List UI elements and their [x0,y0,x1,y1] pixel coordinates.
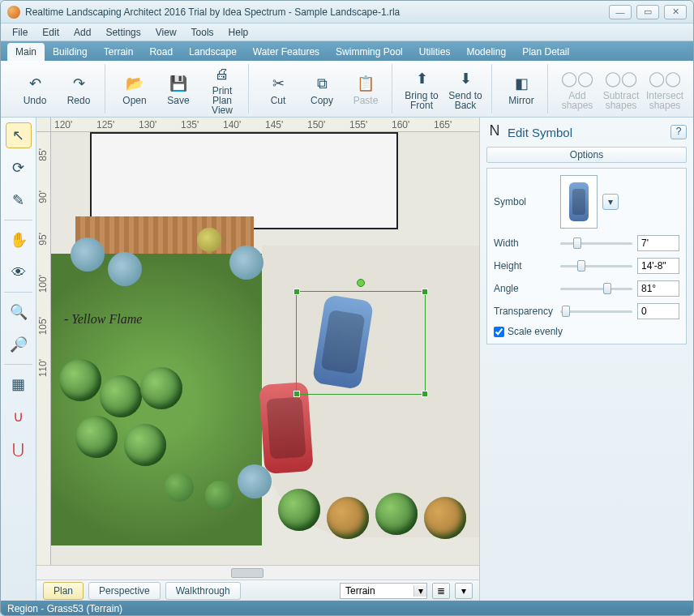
tab-plan-view[interactable]: Plan [43,582,84,600]
chevron-down-icon[interactable]: ▾ [413,585,426,597]
snap-grid-toggle[interactable]: ⋃ [6,436,32,462]
open-button[interactable]: 📂Open [115,71,154,107]
resize-handle-nw[interactable] [293,289,300,295]
symbol-preview[interactable] [560,175,598,229]
tab-modeling[interactable]: Modeling [458,43,514,61]
resize-handle-se[interactable] [422,391,428,397]
tab-road[interactable]: Road [141,43,181,61]
layer-options-button[interactable]: ▾ [455,583,473,599]
status-bar: Region - Grass53 (Terrain) [1,601,693,616]
layer-visibility-button[interactable]: ≣ [432,583,450,599]
scale-evenly-input[interactable] [494,327,504,337]
close-button[interactable]: ✕ [664,5,687,19]
tab-utilities[interactable]: Utilities [411,43,459,61]
resize-handle-sw[interactable] [293,391,300,397]
tree[interactable] [278,489,320,531]
undo-button[interactable]: ↶Undo [15,71,54,107]
tree[interactable] [375,493,418,535]
plant[interactable] [71,237,105,272]
grid-toggle[interactable]: ▦ [6,371,32,397]
angle-slider[interactable] [560,281,632,296]
maximize-button[interactable]: ▭ [636,5,659,19]
paste-button[interactable]: 📋Paste [346,71,385,107]
send-back-icon: ⬇ [455,68,476,89]
bring-to-front-button[interactable]: ⬆Bring to Front [402,66,441,112]
canvas-area: 120' 125' 130' 135' 140' 145' 150' 155' … [36,118,479,601]
properties-panel: N↑ Edit Symbol ? Options Symbol ▾ Width … [479,118,693,601]
tree[interactable] [100,375,142,417]
copy-button[interactable]: ⧉Copy [302,71,341,107]
plant[interactable] [197,228,221,252]
height-input[interactable] [637,258,679,274]
eyedropper-tool[interactable]: ✎ [6,187,32,213]
pan-tool[interactable]: ✋ [6,227,32,253]
tree[interactable] [75,416,118,458]
selection-tool[interactable]: ↖ [6,122,32,148]
design-canvas[interactable]: - Yellow Flame [51,132,479,565]
shrub[interactable] [205,481,234,510]
cut-button[interactable]: ✂Cut [259,71,298,107]
menu-edit[interactable]: Edit [36,25,66,40]
print-plan-view-button[interactable]: 🖨Print Plan View [203,62,242,117]
rotate-tool[interactable]: ⟳ [6,155,32,181]
tab-plan-detail[interactable]: Plan Detail [514,43,577,61]
plant[interactable] [229,246,263,280]
menu-file[interactable]: File [6,25,34,40]
height-slider[interactable] [560,259,632,273]
tab-landscape[interactable]: Landscape [181,43,245,61]
tree[interactable] [327,497,369,539]
mirror-button[interactable]: ◧Mirror [502,71,541,107]
menu-settings[interactable]: Settings [99,25,147,40]
save-button[interactable]: 💾Save [159,71,198,107]
menu-help[interactable]: Help [222,25,255,40]
tree[interactable] [59,359,101,401]
menu-view[interactable]: View [149,25,183,40]
width-slider[interactable] [560,236,632,250]
send-to-back-button[interactable]: ⬇Send to Back [446,66,485,112]
help-button[interactable]: ? [670,125,687,139]
symbol-picker-button[interactable]: ▾ [602,194,619,210]
minimize-button[interactable]: — [609,5,632,19]
zoom-out-tool[interactable]: 🔎 [6,332,32,357]
scale-evenly-checkbox[interactable]: Scale evenly [494,326,679,337]
menu-add[interactable]: Add [67,25,97,40]
options-group-header[interactable]: Options [486,147,687,163]
add-shapes-button[interactable]: ◯◯Add shapes [558,66,597,112]
tab-swimming-pool[interactable]: Swimming Pool [328,43,411,61]
scroll-thumb[interactable] [231,568,263,578]
ruler-vertical[interactable]: 85' 90' 95' 100' 105' 110' [36,132,51,565]
plant-label[interactable]: - Yellow Flame [64,312,142,327]
width-input[interactable] [637,235,679,251]
car-red[interactable] [259,382,314,474]
redo-button[interactable]: ↷Redo [59,71,98,107]
transparency-input[interactable] [637,303,679,319]
tab-water-features[interactable]: Water Features [245,43,328,61]
tree[interactable] [424,497,466,539]
tab-building[interactable]: Building [45,43,96,61]
orbit-tool[interactable]: 👁 [6,259,32,285]
tree[interactable] [124,424,166,466]
horizontal-scrollbar[interactable] [36,565,479,580]
menu-tools[interactable]: Tools [185,25,221,40]
angle-input[interactable] [637,280,679,297]
subtract-shapes-button[interactable]: ◯◯Subtract shapes [602,66,640,112]
tree[interactable] [140,367,182,409]
layer-dropdown[interactable]: Terrain ▾ [340,583,427,599]
resize-handle-ne[interactable] [422,289,428,295]
options-group: Symbol ▾ Width Height Angle Transparency [486,168,687,344]
selection-box[interactable] [296,291,426,395]
transparency-slider[interactable] [560,304,632,319]
intersect-shapes-button[interactable]: ◯◯Intersect shapes [645,66,684,112]
zoom-in-tool[interactable]: 🔍 [6,299,32,325]
tab-main[interactable]: Main [7,43,45,61]
tab-walkthrough-view[interactable]: Walkthrough [165,582,241,600]
house-shape[interactable] [90,132,398,229]
tab-terrain[interactable]: Terrain [96,43,142,61]
tab-perspective-view[interactable]: Perspective [88,582,161,600]
compass-icon[interactable]: N↑ [486,122,503,142]
snap-object-toggle[interactable]: ∪ [6,404,32,430]
ruler-horizontal[interactable]: 120' 125' 130' 135' 140' 145' 150' 155' … [51,118,479,132]
plant[interactable] [108,252,142,286]
shrub[interactable] [165,473,194,502]
rotate-handle[interactable] [357,279,365,287]
